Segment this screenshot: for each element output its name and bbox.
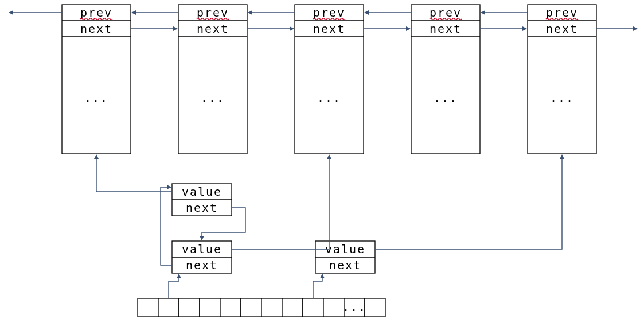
hash-cell xyxy=(323,298,344,317)
field-prev: prev xyxy=(313,6,345,20)
hash-cell xyxy=(282,298,303,317)
ellipsis: ... xyxy=(550,91,574,105)
hash-cell xyxy=(138,298,158,317)
field-prev: prev xyxy=(546,6,578,20)
hash-cell xyxy=(220,298,241,317)
doubly-linked-node: prevnext... xyxy=(528,5,596,154)
field-next: next xyxy=(430,22,462,36)
hash-cell xyxy=(261,298,282,317)
field-prev: prev xyxy=(80,6,112,20)
bucket-node-c: valuenext xyxy=(315,241,375,273)
doubly-linked-node: prevnext... xyxy=(178,5,247,154)
doubly-linked-node: prevnext... xyxy=(62,5,131,154)
bucket-node-a: valuenext xyxy=(172,184,232,216)
hash-cell xyxy=(365,298,385,317)
doubly-linked-node: prevnext... xyxy=(295,5,364,154)
hash-cell xyxy=(241,298,261,317)
doubly-linked-node: prevnext... xyxy=(411,5,480,154)
hash-cell xyxy=(200,298,220,317)
field-next: next xyxy=(186,258,218,272)
bucket-node-b: valuenext xyxy=(172,241,232,273)
field-next: next xyxy=(329,258,361,272)
field-value: value xyxy=(325,242,365,256)
hash-cell xyxy=(158,298,179,317)
field-prev: prev xyxy=(430,6,462,20)
hash-cell xyxy=(179,298,200,317)
field-next: next xyxy=(313,22,345,36)
ellipsis: ... xyxy=(201,91,225,105)
field-next: next xyxy=(80,22,112,36)
field-next: next xyxy=(186,201,218,215)
field-value: value xyxy=(182,185,222,199)
field-next: next xyxy=(546,22,578,36)
ellipsis: ... xyxy=(317,91,341,105)
field-value: value xyxy=(182,242,222,256)
hash-cell xyxy=(303,298,323,317)
hash-array: ... xyxy=(138,298,385,317)
ellipsis: ... xyxy=(434,91,458,105)
ellipsis: ... xyxy=(342,300,366,314)
ellipsis: ... xyxy=(84,91,108,105)
field-next: next xyxy=(197,22,229,36)
field-prev: prev xyxy=(197,6,229,20)
